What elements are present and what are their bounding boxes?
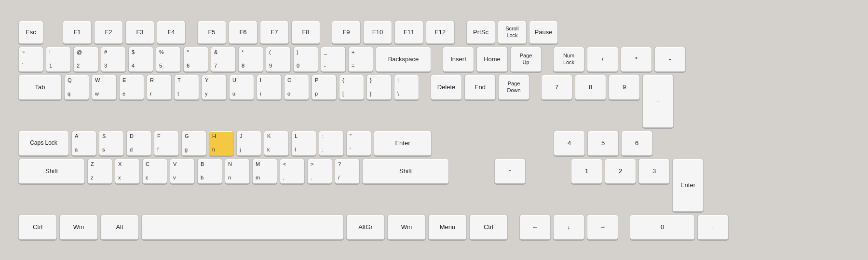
key-delete[interactable]: Delete [431, 75, 462, 100]
key-num-4[interactable]: 4 [554, 131, 585, 156]
key-1[interactable]: !1 [46, 47, 71, 72]
key-f9[interactable]: F9 [332, 21, 361, 44]
key-n[interactable]: Nn [225, 159, 250, 184]
key-quote[interactable]: "' [346, 131, 371, 156]
key-k[interactable]: Kk [264, 131, 289, 156]
key-up[interactable]: ↑ [494, 159, 526, 184]
key-f3[interactable]: F3 [125, 21, 154, 44]
key-7[interactable]: &7 [211, 47, 236, 72]
key-num-slash[interactable]: / [587, 47, 618, 72]
key-home[interactable]: Home [476, 47, 508, 72]
key-lbracket[interactable]: {[ [339, 75, 364, 100]
key-x[interactable]: Xx [115, 159, 140, 184]
key-num-6[interactable]: 6 [621, 131, 652, 156]
key-f11[interactable]: F11 [394, 21, 423, 44]
key-o[interactable]: Oo [284, 75, 309, 100]
key-tilde[interactable]: ~` [18, 47, 43, 72]
key-lctrl[interactable]: Ctrl [18, 215, 57, 240]
key-d[interactable]: Dd [126, 131, 151, 156]
key-a[interactable]: Aa [71, 131, 96, 156]
key-v[interactable]: Vv [170, 159, 195, 184]
key-f5[interactable]: F5 [197, 21, 226, 44]
key-backspace[interactable]: Backspace [376, 47, 431, 72]
key-num-5[interactable]: 5 [587, 131, 619, 156]
key-3[interactable]: #3 [101, 47, 126, 72]
key-num-8[interactable]: 8 [575, 75, 606, 100]
key-insert[interactable]: Insert [443, 47, 474, 72]
key-page-up[interactable]: PageUp [510, 47, 542, 72]
key-tab[interactable]: Tab [18, 75, 62, 100]
key-b[interactable]: Bb [197, 159, 222, 184]
key-caps-lock[interactable]: Caps Lock [18, 131, 69, 156]
key-num-enter[interactable]: Enter [672, 159, 704, 212]
key-s[interactable]: Ss [99, 131, 124, 156]
key-lalt[interactable]: Alt [100, 215, 139, 240]
key-m[interactable]: Mm [252, 159, 277, 184]
key-num-minus[interactable]: - [654, 47, 686, 72]
key-e[interactable]: Ee [119, 75, 144, 100]
key-esc[interactable]: Esc [18, 21, 43, 44]
key-f10[interactable]: F10 [363, 21, 392, 44]
key-space[interactable] [141, 215, 344, 240]
key-backslash[interactable]: |\ [394, 75, 419, 100]
key-prtsc[interactable]: PrtSc [466, 21, 495, 44]
key-lwin[interactable]: Win [59, 215, 98, 240]
key-l[interactable]: Ll [291, 131, 316, 156]
key-0[interactable]: )0 [293, 47, 318, 72]
key-f8[interactable]: F8 [291, 21, 320, 44]
key-f12[interactable]: F12 [426, 21, 455, 44]
key-period[interactable]: >. [307, 159, 332, 184]
key-equals[interactable]: += [348, 47, 373, 72]
key-right[interactable]: → [587, 215, 618, 240]
key-num-0[interactable]: 0 [630, 215, 695, 240]
key-f2[interactable]: F2 [94, 21, 123, 44]
key-u[interactable]: Uu [229, 75, 254, 100]
key-f7[interactable]: F7 [260, 21, 289, 44]
key-slash[interactable]: ?/ [335, 159, 360, 184]
key-y[interactable]: Yy [202, 75, 227, 100]
key-altgr[interactable]: AltGr [346, 215, 385, 240]
key-q[interactable]: Qq [64, 75, 89, 100]
key-h[interactable]: Hh [209, 131, 234, 156]
key-num-2[interactable]: 2 [605, 159, 636, 184]
key-end[interactable]: End [464, 75, 496, 100]
key-rshift[interactable]: Shift [362, 159, 449, 184]
key-9[interactable]: (9 [266, 47, 291, 72]
key-2[interactable]: @2 [73, 47, 98, 72]
key-num-lock[interactable]: NumLock [553, 47, 584, 72]
key-menu[interactable]: Menu [428, 215, 467, 240]
key-minus[interactable]: _- [321, 47, 346, 72]
key-5[interactable]: %5 [156, 47, 181, 72]
key-6[interactable]: ^6 [183, 47, 208, 72]
key-i[interactable]: Ii [257, 75, 282, 100]
key-left[interactable]: ← [519, 215, 551, 240]
key-w[interactable]: Ww [92, 75, 117, 100]
key-rctrl[interactable]: Ctrl [469, 215, 508, 240]
key-num-multiply[interactable]: * [621, 47, 652, 72]
key-rbracket[interactable]: }] [366, 75, 392, 100]
key-num-1[interactable]: 1 [571, 159, 602, 184]
key-lshift[interactable]: Shift [18, 159, 85, 184]
key-down[interactable]: ↓ [553, 215, 584, 240]
key-num-3[interactable]: 3 [638, 159, 670, 184]
key-scroll-lock[interactable]: ScrollLock [498, 21, 527, 44]
key-comma[interactable]: <, [280, 159, 305, 184]
key-z[interactable]: Zz [87, 159, 112, 184]
key-num-9[interactable]: 9 [609, 75, 640, 100]
key-p[interactable]: Pp [312, 75, 337, 100]
key-f4[interactable]: F4 [157, 21, 186, 44]
key-f[interactable]: Ff [154, 131, 179, 156]
key-page-down[interactable]: PageDown [498, 75, 529, 100]
key-num-plus[interactable]: + [642, 75, 674, 128]
key-c[interactable]: Cc [142, 159, 167, 184]
key-f6[interactable]: F6 [229, 21, 258, 44]
key-f1[interactable]: F1 [63, 21, 92, 44]
key-semicolon[interactable]: :; [319, 131, 344, 156]
key-t[interactable]: Tt [174, 75, 199, 100]
key-r[interactable]: Rr [147, 75, 172, 100]
key-pause[interactable]: Pause [529, 21, 558, 44]
key-4[interactable]: $4 [128, 47, 153, 72]
key-g[interactable]: Gg [181, 131, 206, 156]
key-enter[interactable]: Enter [374, 131, 432, 156]
key-j[interactable]: Jj [236, 131, 261, 156]
